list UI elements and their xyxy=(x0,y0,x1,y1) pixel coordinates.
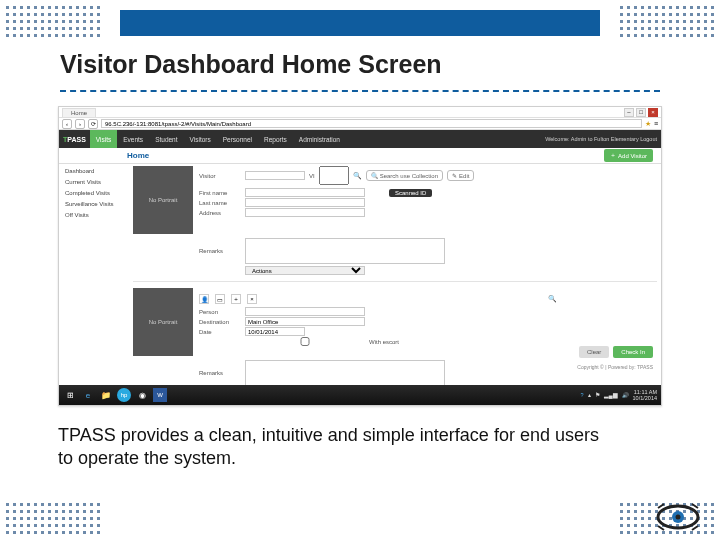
last-input[interactable] xyxy=(245,198,365,207)
sidebar-item-off[interactable]: Off Visits xyxy=(65,212,123,218)
section-divider xyxy=(133,281,657,282)
tab-events[interactable]: Events xyxy=(117,130,149,148)
destination-label: Destination xyxy=(199,319,241,325)
corner-dots xyxy=(6,6,100,37)
reload-button[interactable]: ⟳ xyxy=(88,119,98,129)
visitor-label: Visitor xyxy=(199,173,241,179)
app-header: TTPASSPASS Visits Events Student Visitor… xyxy=(59,130,661,148)
copyright-text: Copyright © | Powered by: TPASS xyxy=(577,364,653,370)
date-label: Date xyxy=(199,329,241,335)
action-icons: 👤 ▭ ＋ × 🔍 xyxy=(199,294,657,304)
sidebar-item-dashboard[interactable]: Dashboard xyxy=(65,168,123,174)
explorer-icon[interactable]: 📁 xyxy=(99,388,113,402)
visitor-input[interactable] xyxy=(245,171,305,180)
slide-caption: TPASS provides a clean, intuitive and si… xyxy=(58,424,600,469)
slide-title: Visitor Dashboard Home Screen xyxy=(60,50,442,79)
tab-visitors[interactable]: Visitors xyxy=(184,130,217,148)
tray-up-icon[interactable]: ▴ xyxy=(588,392,591,398)
sound-icon[interactable]: 🔊 xyxy=(622,392,629,398)
user-icon[interactable]: 👤 xyxy=(199,294,209,304)
address-label: Address xyxy=(199,210,241,216)
clock-date[interactable]: 10/1/2014 xyxy=(633,395,657,401)
tab-administration[interactable]: Administration xyxy=(293,130,346,148)
visit-remarks[interactable] xyxy=(245,360,445,386)
window-titlebar: Home – □ × xyxy=(59,107,661,118)
date-input[interactable] xyxy=(245,327,305,336)
maximize-button[interactable]: □ xyxy=(636,108,646,117)
address-bar: ‹ › ⟳ ★ ≡ xyxy=(59,118,661,130)
dashed-divider xyxy=(60,90,660,92)
forward-button[interactable]: › xyxy=(75,119,85,129)
word-icon[interactable]: W xyxy=(153,388,167,402)
remarks-label: Remarks xyxy=(199,248,241,254)
actions-select[interactable]: Actions xyxy=(245,266,365,275)
person-input[interactable] xyxy=(245,307,365,316)
sidebar: Dashboard Current Visits Completed Visit… xyxy=(59,164,129,384)
plus-icon[interactable]: ＋ xyxy=(231,294,241,304)
plus-icon: ＋ xyxy=(610,151,616,160)
browser-tab[interactable]: Home xyxy=(62,108,96,117)
checkin-button[interactable]: Check In xyxy=(613,346,653,358)
page-title: Home xyxy=(127,151,149,160)
card-icon[interactable]: ▭ xyxy=(215,294,225,304)
search-icon[interactable]: 🔍 xyxy=(353,172,362,180)
first-label: First name xyxy=(199,190,241,196)
remarks2-label: Remarks xyxy=(199,370,241,376)
main-panel: No Portrait Visitor VI 🔍 🔍Search use Col… xyxy=(129,164,661,384)
sub-bar: Home ＋Add Visitor xyxy=(59,148,661,164)
with-text: With escort xyxy=(369,339,399,345)
app-logo: TTPASSPASS xyxy=(63,136,86,143)
tab-personnel[interactable]: Personnel xyxy=(217,130,258,148)
visitor-portrait[interactable]: No Portrait xyxy=(133,166,193,234)
person-label: Person xyxy=(199,309,241,315)
url-input[interactable] xyxy=(101,119,642,128)
browser-window: Home – □ × ‹ › ⟳ ★ ≡ TTPASSPASS Visits E… xyxy=(58,106,662,406)
eye-logo xyxy=(656,502,700,532)
address-input[interactable] xyxy=(245,208,365,217)
welcome-text: Welcome: Admin to Fulton Elementary Logo… xyxy=(545,136,657,142)
tab-visits[interactable]: Visits xyxy=(90,130,117,148)
help-icon[interactable]: ? xyxy=(581,392,584,398)
sidebar-item-surveillance[interactable]: Surveillance Visits xyxy=(65,201,123,207)
last-label: Last name xyxy=(199,200,241,206)
sidebar-item-completed[interactable]: Completed Visits xyxy=(65,190,123,196)
nav-tabs: Visits Events Student Visitors Personnel… xyxy=(90,130,346,148)
destination-input[interactable] xyxy=(245,317,365,326)
search-pill[interactable]: 🔍Search use Collection xyxy=(366,170,443,181)
visit-portrait[interactable]: No Portrait xyxy=(133,288,193,356)
corner-dots xyxy=(6,503,100,534)
header-bar xyxy=(120,10,600,36)
chrome-icon[interactable]: ◉ xyxy=(135,388,149,402)
menu-icon[interactable]: ≡ xyxy=(654,120,658,127)
start-icon[interactable]: ⊞ xyxy=(63,388,77,402)
bookmark-icon[interactable]: ★ xyxy=(645,120,651,128)
vi-input[interactable] xyxy=(319,166,349,185)
close-icon[interactable]: × xyxy=(247,294,257,304)
vi-label: VI xyxy=(309,173,315,179)
first-input[interactable] xyxy=(245,188,365,197)
edit-pill[interactable]: ✎Edit xyxy=(447,170,474,181)
visitor-remarks[interactable] xyxy=(245,238,445,264)
wifi-icon[interactable]: ▂▄▆ xyxy=(604,392,618,398)
ie-icon[interactable]: e xyxy=(81,388,95,402)
search-icon[interactable]: 🔍 xyxy=(548,295,557,303)
tab-reports[interactable]: Reports xyxy=(258,130,293,148)
hp-icon[interactable]: hp xyxy=(117,388,131,402)
corner-dots xyxy=(620,6,714,37)
add-visitor-button[interactable]: ＋Add Visitor xyxy=(604,149,653,162)
scanned-id-button[interactable]: Scanned ID xyxy=(389,189,432,197)
close-button[interactable]: × xyxy=(648,108,658,117)
svg-point-3 xyxy=(676,515,681,520)
sidebar-item-current[interactable]: Current Visits xyxy=(65,179,123,185)
tab-student[interactable]: Student xyxy=(149,130,183,148)
clear-button[interactable]: Clear xyxy=(579,346,609,358)
back-button[interactable]: ‹ xyxy=(62,119,72,129)
escort-checkbox[interactable] xyxy=(245,337,365,346)
flag-icon[interactable]: ⚑ xyxy=(595,392,600,398)
actions-label xyxy=(199,268,241,274)
minimize-button[interactable]: – xyxy=(624,108,634,117)
taskbar: ⊞ e 📁 hp ◉ W ? ▴ ⚑ ▂▄▆ 🔊 11:11 AM 10/1/2… xyxy=(59,385,661,405)
